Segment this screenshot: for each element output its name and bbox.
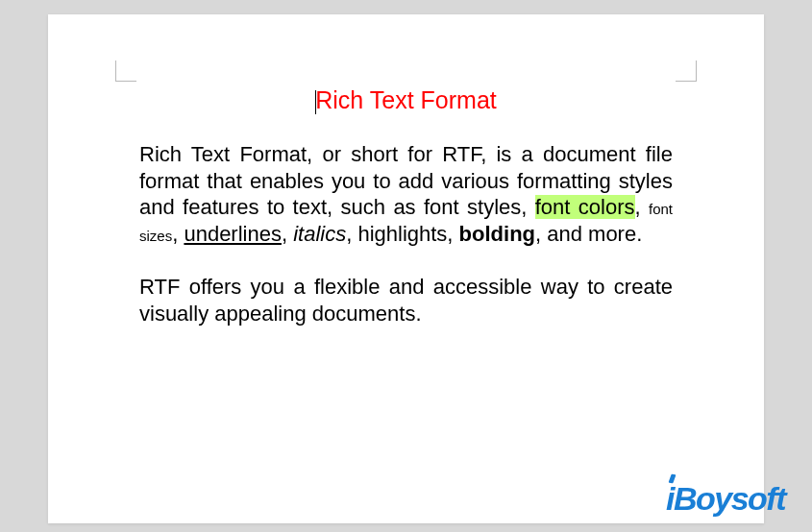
comma: ,	[635, 195, 649, 219]
margin-marker-top-left	[115, 60, 136, 82]
paragraph-2: RTF offers you a flexible and accessible…	[139, 274, 673, 326]
comma: ,	[282, 222, 293, 246]
document-title: Rich Text Format	[139, 86, 673, 114]
title-text: Rich Text Format	[315, 86, 496, 113]
font-colors-text: font colors	[535, 195, 635, 219]
watermark-text: iBoysoft	[666, 480, 785, 517]
document-page: Rich Text Format Rich Text Format, or sh…	[48, 14, 764, 523]
comma: ,	[172, 222, 184, 246]
watermark-logo: iBoysoft	[666, 480, 785, 518]
underlines-text: underlines	[184, 222, 282, 246]
italics-text: italics	[293, 222, 346, 246]
paragraph-1: Rich Text Format, or short for RTF, is a…	[139, 141, 673, 247]
document-content[interactable]: Rich Text Format Rich Text Format, or sh…	[48, 14, 764, 326]
para1-outro: , and more.	[535, 222, 642, 246]
comma-highlights: , highlights,	[346, 222, 458, 246]
margin-marker-top-right	[676, 60, 697, 82]
bolding-text: bolding	[459, 222, 535, 246]
